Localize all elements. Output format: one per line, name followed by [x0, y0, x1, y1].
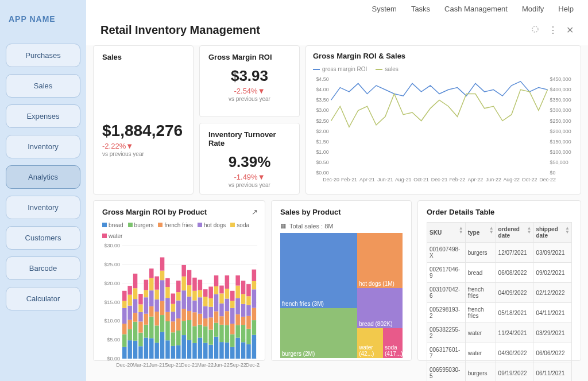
treemap-water[interactable]: water (42...)	[357, 328, 383, 358]
svg-rect-101	[165, 278, 170, 287]
sidebar-item-customers[interactable]: Customers	[6, 226, 80, 250]
treemap-french-fries[interactable]: french fries (3M)	[280, 233, 357, 308]
svg-rect-99	[165, 298, 170, 312]
legend-sales: sales	[376, 66, 398, 72]
svg-rect-63	[133, 299, 138, 313]
svg-text:$25.00: $25.00	[104, 262, 120, 267]
svg-rect-148	[208, 298, 213, 307]
svg-rect-114	[181, 335, 186, 359]
table-row[interactable]: 006317601-7water04/30/202206/06/2022	[427, 343, 572, 363]
svg-rect-143	[203, 289, 208, 297]
treemap-hot-dogs[interactable]: hot dogs (1M)	[357, 233, 403, 288]
treemap-burgers[interactable]: burgers (2M)	[280, 308, 357, 358]
table-row[interactable]: 006595030-5burgers09/19/202206/11/2021	[427, 363, 572, 382]
kpi-gmroi-sub: vs previous year	[208, 96, 291, 102]
table-row[interactable]: 002617046-9bread06/08/202209/02/2021	[427, 263, 572, 283]
svg-rect-89	[154, 277, 159, 290]
kpi-sales-title: Sales	[102, 53, 184, 61]
svg-text:Sep-22: Sep-22	[230, 362, 246, 368]
content: Sales $1,884,276 -2.22%▼ vs previous yea…	[86, 45, 588, 381]
close-icon[interactable]: ✕	[566, 25, 574, 36]
table-row[interactable]: 003107042-6french fries04/09/202202/12/2…	[427, 283, 572, 303]
svg-text:$3.50: $3.50	[316, 97, 328, 103]
svg-rect-160	[219, 293, 224, 303]
roi-legend: breadburgersfrench frieshot dogssodawate…	[102, 222, 256, 239]
svg-rect-57	[127, 306, 132, 320]
svg-rect-103	[171, 332, 176, 346]
grid-icon: ▦	[280, 222, 286, 230]
svg-rect-108	[176, 345, 181, 359]
kpi-sales-card: Sales $1,884,276 -2.22%▼ vs previous yea…	[93, 45, 194, 195]
svg-rect-106	[171, 304, 176, 312]
svg-rect-159	[219, 304, 224, 316]
svg-rect-86	[154, 312, 159, 325]
svg-rect-183	[241, 304, 246, 317]
svg-text:$250,000: $250,000	[550, 118, 571, 124]
sidebar-item-inventory[interactable]: Inventory	[6, 196, 80, 219]
topbar-help[interactable]: Help	[558, 5, 574, 13]
sidebar-item-sales[interactable]: Sales	[6, 74, 80, 98]
svg-text:$2.00: $2.00	[316, 129, 328, 134]
svg-rect-193	[252, 320, 257, 335]
svg-rect-178	[235, 286, 240, 298]
svg-rect-54	[127, 340, 132, 359]
table-row[interactable]: 005382255-2water11/24/202103/29/2021	[427, 323, 572, 343]
svg-text:$1.00: $1.00	[316, 149, 328, 155]
table-row[interactable]: 001607498-Xburgers12/07/202103/09/2021	[427, 243, 572, 263]
svg-text:$4.50: $4.50	[316, 76, 328, 82]
topbar-cash-management[interactable]: Cash Management	[444, 5, 508, 13]
svg-rect-109	[176, 331, 181, 345]
refresh-icon[interactable]	[531, 25, 540, 36]
topbar-modify[interactable]: Modify	[522, 5, 544, 13]
svg-rect-182	[241, 317, 246, 325]
more-icon[interactable]: ⋮	[548, 25, 558, 36]
svg-rect-90	[160, 332, 165, 359]
svg-text:$3.00: $3.00	[316, 107, 328, 113]
col-shipped-date[interactable]: shipped date▲▼	[533, 223, 572, 243]
sidebar-item-expenses[interactable]: Expenses	[6, 104, 80, 128]
col-ordered-date[interactable]: ordered date▲▼	[496, 223, 533, 243]
svg-rect-50	[122, 324, 127, 334]
sidebar-item-purchases[interactable]: Purchases	[6, 44, 80, 67]
svg-rect-137	[198, 280, 203, 290]
topbar-tasks[interactable]: Tasks	[411, 5, 430, 13]
legend-soda: soda	[230, 222, 249, 228]
svg-rect-172	[230, 301, 235, 308]
svg-rect-131	[192, 278, 197, 291]
svg-text:Sep-21: Sep-21	[165, 362, 181, 368]
svg-rect-139	[203, 326, 208, 343]
sidebar-item-barcode[interactable]: Barcode	[6, 256, 80, 280]
svg-rect-72	[144, 337, 149, 359]
svg-text:Mar-22: Mar-22	[198, 362, 214, 368]
svg-rect-111	[176, 301, 181, 318]
legend-bread: bread	[102, 222, 123, 228]
svg-rect-157	[219, 325, 224, 342]
svg-text:Jun-21: Jun-21	[149, 362, 165, 368]
legend-hot-dogs: hot dogs	[198, 222, 226, 228]
legend-french-fries: french fries	[158, 222, 192, 228]
svg-rect-188	[246, 316, 251, 329]
col-SKU[interactable]: SKU▲▼	[427, 223, 466, 243]
roi-by-product-card: Gross Margin ROI by Product ↗ breadburge…	[93, 200, 265, 361]
topbar-system[interactable]: System	[372, 5, 397, 13]
kpi-sales-sub: vs previous year	[102, 151, 184, 157]
treemap-bread[interactable]: bread (802K)	[357, 288, 403, 328]
table-row[interactable]: 005298193-2french fries05/18/202104/11/2…	[427, 303, 572, 323]
expand-icon[interactable]: ↗	[252, 208, 258, 216]
svg-rect-155	[214, 275, 219, 286]
svg-text:$50,000: $50,000	[550, 160, 568, 165]
col-type[interactable]: type▲▼	[465, 223, 496, 243]
svg-rect-96	[165, 340, 170, 359]
sidebar-item-calculator[interactable]: Calculator	[6, 287, 80, 310]
treemap-soda[interactable]: soda (417...)	[383, 328, 403, 358]
svg-rect-165	[225, 298, 230, 311]
svg-rect-197	[252, 270, 257, 281]
treemap: french fries (3M)burgers (2M)hot dogs (1…	[280, 233, 403, 358]
svg-rect-133	[198, 325, 203, 338]
sidebar-item-inventory[interactable]: Inventory	[6, 135, 80, 158]
sidebar-item-analytics[interactable]: Analytics	[6, 165, 80, 189]
kpi-turnover-value: 9.39%	[208, 153, 291, 171]
svg-text:$0.50: $0.50	[316, 160, 328, 165]
svg-rect-195	[252, 289, 257, 308]
svg-text:$30.00: $30.00	[104, 243, 120, 248]
